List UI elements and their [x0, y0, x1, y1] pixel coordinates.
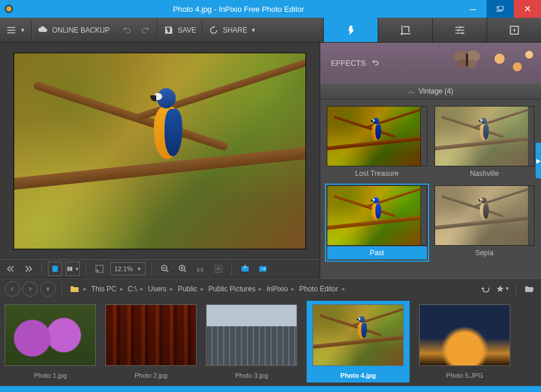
online-backup-button[interactable]: ONLINE BACKUP [38, 25, 110, 36]
window-title: Photo 4.jpg - InPixio Free Photo Editor [18, 5, 459, 14]
zoom-in-icon[interactable] [176, 262, 190, 276]
canvas-image[interactable] [14, 53, 305, 249]
effect-label: Sepia [435, 246, 534, 259]
svg-point-17 [217, 268, 220, 271]
redo-button[interactable] [140, 25, 151, 36]
tool-tabs [323, 18, 541, 42]
nav-forward-button[interactable] [22, 281, 38, 297]
right-panel: EFFECTS ︿ Vintage (4) Lost TreasureNashv… [320, 43, 541, 278]
effect-label: Nashville [435, 167, 534, 180]
filmstrip-label: Photo 5.JPG [446, 368, 483, 380]
svg-rect-10 [70, 266, 73, 271]
import-icon[interactable] [238, 262, 252, 276]
butterfly-icon [452, 47, 482, 71]
svg-point-5 [457, 29, 459, 31]
view-compare-icon[interactable]: ▼ [66, 262, 80, 276]
tab-frames[interactable] [487, 18, 541, 42]
svg-point-22 [458, 60, 467, 68]
effect-thumb-sepia[interactable]: Sepia [435, 186, 534, 259]
effect-label: Lost Treasure [327, 167, 427, 180]
filmstrip-card[interactable]: Photo 2.jpg [105, 304, 197, 380]
undo-button[interactable] [121, 25, 132, 36]
refresh-icon[interactable] [479, 282, 493, 296]
breadcrumb-part[interactable]: InPixio▸ [264, 285, 297, 293]
breadcrumb-part[interactable]: C:\▸ [125, 285, 146, 293]
favorite-icon[interactable]: ▼ [495, 282, 510, 296]
bottom-accent-bar [0, 386, 541, 392]
svg-rect-16 [215, 265, 222, 272]
breadcrumb-part[interactable]: Public Pictures▸ [206, 285, 264, 293]
effects-title: EFFECTS [331, 59, 366, 68]
nav-back-button[interactable] [5, 281, 20, 297]
filmstrip-label: Photo 1.jpg [34, 368, 67, 380]
zoom-fit-icon[interactable] [211, 262, 226, 276]
tab-adjust[interactable] [432, 18, 487, 42]
save-label: SAVE [178, 26, 196, 34]
zoom-out-icon[interactable] [158, 262, 172, 276]
effect-thumb-nash[interactable]: Nashville [435, 107, 534, 180]
tab-effects[interactable] [323, 18, 378, 42]
open-folder-icon[interactable] [522, 282, 536, 296]
titlebar: Photo 4.jpg - InPixio Free Photo Editor … [0, 0, 541, 18]
svg-rect-3 [498, 6, 503, 10]
toolbar: ▼ ONLINE BACKUP SAVE SHARE ▼ [0, 18, 541, 43]
filmstrip-card[interactable]: Photo 4.jpg [307, 301, 410, 383]
effects-section-header[interactable]: ︿ Vintage (4) [320, 83, 541, 99]
breadcrumb-part[interactable]: This PC▸ [89, 285, 125, 293]
filmstrip-label: Photo 4.jpg [340, 368, 376, 380]
view-single-icon[interactable] [48, 262, 62, 276]
svg-point-0 [7, 7, 11, 11]
save-button[interactable]: SAVE [163, 25, 196, 36]
expand-handle[interactable]: ▶ [536, 143, 541, 178]
filmstrip-card[interactable]: Photo 5.JPG [419, 304, 510, 380]
svg-rect-12 [97, 270, 98, 272]
breadcrumb-bar: ▸ This PC▸C:\▸Users▸Public▸Public Pictur… [0, 278, 541, 298]
export-icon[interactable] [256, 262, 270, 276]
effect-thumb-past[interactable]: Past [327, 186, 427, 259]
minimize-button[interactable]: ─ [459, 0, 487, 18]
menu-button[interactable]: ▼ [6, 25, 25, 36]
next-batch-icon[interactable] [21, 262, 36, 276]
effect-thumb-lost[interactable]: Lost Treasure [327, 107, 427, 180]
undo-effects-icon[interactable] [371, 59, 380, 67]
app-icon [0, 0, 18, 18]
breadcrumb-part[interactable]: Photo Editor▸ [297, 285, 347, 293]
close-button[interactable]: ✕ [514, 0, 541, 18]
filmstrip-label: Photo 3.jpg [235, 368, 268, 380]
svg-point-4 [459, 26, 461, 28]
canvas-controls: ▼ 12.1%▼ 1:1 [0, 259, 320, 278]
svg-point-23 [467, 60, 476, 68]
filmstrip-card[interactable]: Photo 3.jpg [206, 304, 297, 380]
share-label: SHARE [223, 26, 247, 34]
zoom-percent[interactable]: 12.1%▼ [110, 262, 146, 275]
svg-rect-9 [67, 266, 70, 271]
svg-point-6 [461, 32, 463, 34]
breadcrumb-part[interactable]: Users▸ [146, 285, 175, 293]
folder-icon [68, 282, 81, 295]
svg-rect-8 [53, 266, 58, 272]
restore-button[interactable] [487, 0, 514, 18]
tab-crop[interactable] [378, 18, 432, 42]
filmstrip-label: Photo 2.jpg [134, 368, 168, 380]
backup-label: ONLINE BACKUP [52, 26, 110, 34]
nav-up-button[interactable] [40, 281, 56, 297]
filmstrip-card[interactable]: Photo 1.jpg [5, 304, 96, 380]
effects-header: EFFECTS [320, 43, 541, 83]
chevron-up-icon: ︿ [408, 86, 415, 97]
flowers-decoration [482, 43, 541, 83]
breadcrumb-part[interactable]: Public▸ [175, 285, 206, 293]
histogram-icon[interactable] [92, 262, 107, 276]
svg-rect-24 [466, 53, 468, 66]
zoom-actual-icon[interactable]: 1:1 [194, 262, 208, 276]
effect-label: Past [327, 246, 427, 259]
svg-text:1:1: 1:1 [197, 267, 204, 272]
filmstrip: Photo 1.jpgPhoto 2.jpgPhoto 3.jpgPhoto 4… [0, 298, 541, 386]
prev-batch-icon[interactable] [4, 262, 18, 276]
share-button[interactable]: SHARE ▼ [208, 25, 256, 36]
